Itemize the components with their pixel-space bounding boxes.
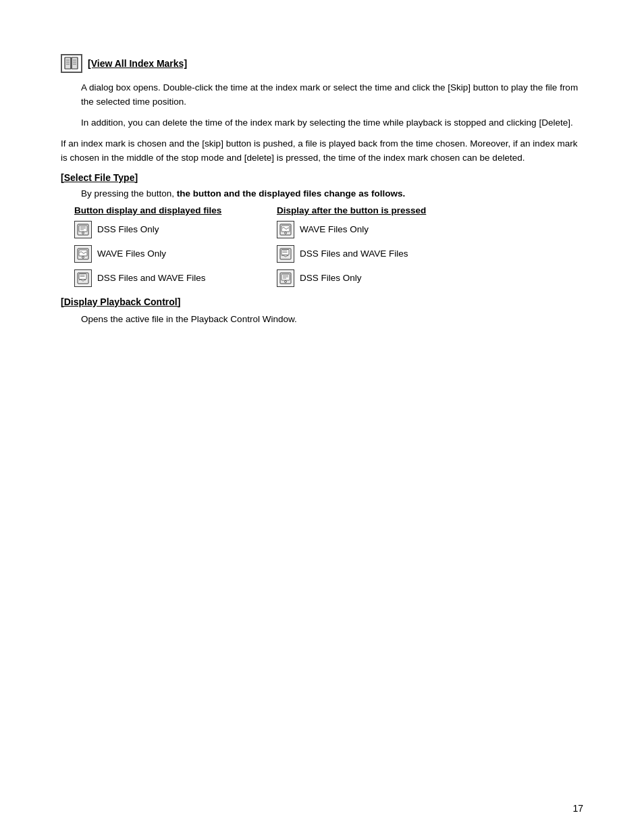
- svg-rect-1: [72, 57, 78, 69]
- table-header-row: Button display and displayed files Displ…: [74, 205, 583, 215]
- wave-icon-1: [277, 221, 294, 238]
- svg-rect-31: [281, 274, 290, 280]
- col-right-header: Display after the button is pressed: [277, 205, 479, 215]
- dss-wave-icon-1: [277, 245, 294, 263]
- press-description: By pressing the button, the button and t…: [81, 188, 583, 199]
- dss-icon-1: [74, 221, 92, 238]
- svg-rect-17: [281, 226, 290, 232]
- select-file-type-title: [Select File Type]: [61, 172, 583, 183]
- wave-label-2: WAVE Files Only: [97, 249, 166, 259]
- view-all-index-marks-para1: A dialog box opens. Double-click the tim…: [81, 81, 583, 109]
- file-table: Button display and displayed files Displ…: [74, 205, 583, 287]
- svg-rect-0: [65, 57, 71, 69]
- col-left-header: Button display and displayed files: [74, 205, 277, 215]
- svg-rect-11: [79, 226, 87, 232]
- file-entry-left-3: DSS Files and WAVE Files: [74, 269, 277, 287]
- dss-wave-label-1: DSS Files and WAVE Files: [300, 249, 408, 259]
- wave-label-1: WAVE Files Only: [300, 224, 369, 234]
- dss-icon-2: [277, 269, 294, 287]
- file-row-1: DSS Files Only WAVE Files Only: [74, 221, 583, 238]
- file-entry-right-1: WAVE Files Only: [277, 221, 479, 238]
- svg-rect-20: [79, 250, 87, 256]
- wave-icon-2: [74, 245, 92, 263]
- press-description-prefix: By pressing the button,: [81, 188, 177, 199]
- view-all-index-marks-title: [View All Index Marks]: [88, 58, 187, 69]
- view-all-index-marks-header: [View All Index Marks]: [61, 54, 583, 73]
- page-container: [View All Index Marks] A dialog box open…: [0, 0, 644, 834]
- book-icon: [61, 54, 82, 73]
- dss-label-1: DSS Files Only: [97, 224, 159, 234]
- press-description-bold: the button and the displayed files chang…: [177, 188, 405, 199]
- view-all-index-marks-para3: If an index mark is chosen and the [skip…: [61, 137, 583, 165]
- view-all-index-marks-para2: In addition, you can delete the time of …: [81, 116, 583, 130]
- file-entry-left-1: DSS Files Only: [74, 221, 277, 238]
- file-row-2: WAVE Files Only DSS Files and WAVE Files: [74, 245, 583, 263]
- dss-wave-label-2: DSS Files and WAVE Files: [97, 273, 206, 283]
- file-entry-left-2: WAVE Files Only: [74, 245, 277, 263]
- file-entry-right-2: DSS Files and WAVE Files: [277, 245, 479, 263]
- page-number: 17: [572, 803, 583, 814]
- display-playback-control-description: Opens the active file in the Playback Co…: [81, 313, 583, 327]
- dss-label-2: DSS Files Only: [300, 273, 362, 283]
- file-row-3: DSS Files and WAVE Files DSS Files Only: [74, 269, 583, 287]
- file-entry-right-3: DSS Files Only: [277, 269, 479, 287]
- display-playback-control-title: [Display Playback Control]: [61, 296, 583, 307]
- dss-wave-icon-2: [74, 269, 92, 287]
